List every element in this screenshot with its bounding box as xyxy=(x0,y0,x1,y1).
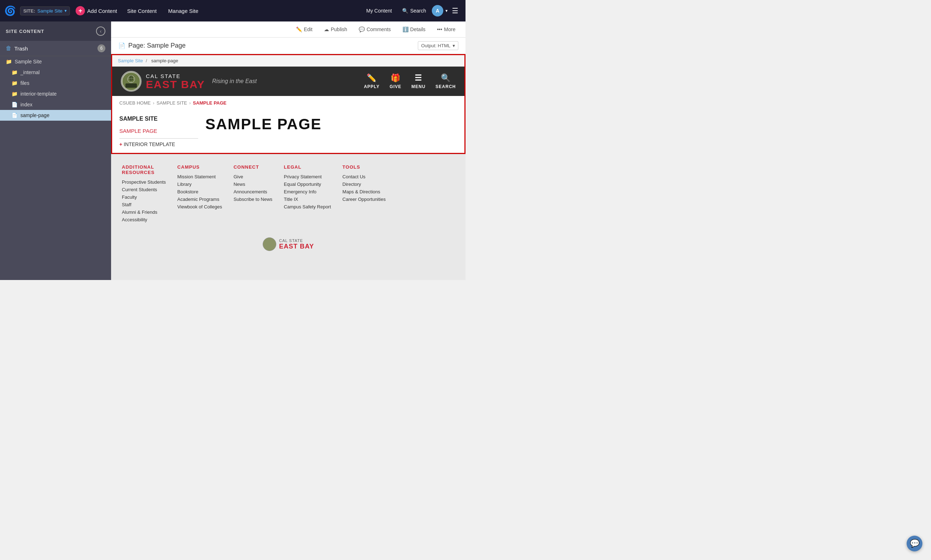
logo-emblem xyxy=(121,71,142,92)
content-toolbar: ✏️ Edit ☁ Publish 💬 Comments ℹ️ Details … xyxy=(111,22,465,38)
comments-button[interactable]: 💬 Comments xyxy=(356,25,394,34)
footer-link-current[interactable]: Current Students xyxy=(122,187,166,192)
folder-icon: 📁 xyxy=(11,80,17,86)
footer-link-title9[interactable]: Title IX xyxy=(284,197,331,202)
interior-template-expand[interactable]: + INTERIOR TEMPLATE xyxy=(119,142,198,147)
footer-link-bookstore[interactable]: Bookstore xyxy=(178,189,222,194)
footer-link-career[interactable]: Career Opportunities xyxy=(343,197,386,202)
site-label: SITE: xyxy=(23,8,35,14)
crumb-site-link[interactable]: SAMPLE SITE xyxy=(157,100,187,106)
apply-icon: ✏️ xyxy=(367,74,377,83)
breadcrumb-arrow-icon: › xyxy=(153,100,154,106)
footer-heading-legal: LEGAL xyxy=(284,165,331,170)
footer-link-contact[interactable]: Contact Us xyxy=(343,174,386,179)
add-content-button[interactable]: + Add Content xyxy=(73,5,120,17)
sidebar-nav: SAMPLE SITE SAMPLE PAGE + INTERIOR TEMPL… xyxy=(119,115,198,147)
tree-item-sample-site[interactable]: 📁 Sample Site xyxy=(0,56,111,67)
tree-label: Sample Site xyxy=(15,59,42,65)
search-button[interactable]: 🔍 Search xyxy=(398,6,431,15)
footer-columns: ADDITIONALRESOURCES Prospective Students… xyxy=(122,165,455,225)
footer-uni-name: CAL STATE EAST BAY xyxy=(279,238,314,250)
output-select[interactable]: Output: HTML ▾ xyxy=(418,41,459,50)
avatar[interactable]: A xyxy=(432,5,443,17)
output-chevron-icon: ▾ xyxy=(452,43,455,48)
main-content-area: SAMPLE PAGE xyxy=(205,115,457,147)
footer-link-announcements[interactable]: Announcements xyxy=(234,189,272,194)
footer-link-faculty[interactable]: Faculty xyxy=(122,194,166,200)
top-navbar: 🌀 SITE: Sample Site ▾ + Add Content Site… xyxy=(0,0,465,22)
tree-label: index xyxy=(20,102,32,108)
footer-link-news[interactable]: News xyxy=(234,182,272,187)
page-title-bar: 📄 Page: Sample Page xyxy=(118,42,185,49)
trash-item[interactable]: 🗑 Trash 6 xyxy=(0,41,111,56)
breadcrumb-site-link[interactable]: Sample Site xyxy=(118,58,143,63)
more-button[interactable]: ••• More xyxy=(434,25,459,34)
crumb-home-link[interactable]: CSUEB HOME xyxy=(119,100,150,106)
uni-give-button[interactable]: 🎁 GIVE xyxy=(389,74,401,89)
plus-icon: + xyxy=(76,6,85,15)
footer-link-campus-safety[interactable]: Campus Safety Report xyxy=(284,204,331,209)
tree-item-internal[interactable]: 📁 _internal xyxy=(0,67,111,78)
footer-link-prospective[interactable]: Prospective Students xyxy=(122,179,166,185)
footer-heading-additional: ADDITIONALRESOURCES xyxy=(122,165,166,175)
sidebar-header: SITE CONTENT ‹ xyxy=(0,22,111,41)
uni-apply-button[interactable]: ✏️ APPLY xyxy=(364,74,380,89)
edit-button[interactable]: ✏️ Edit xyxy=(293,25,315,34)
sample-page-nav-link[interactable]: SAMPLE PAGE xyxy=(119,126,198,135)
footer-link-alumni[interactable]: Alumni & Friends xyxy=(122,209,166,215)
manage-site-link[interactable]: Manage Site xyxy=(164,6,202,15)
footer-col-additional: ADDITIONALRESOURCES Prospective Students… xyxy=(122,165,166,225)
footer-link-academic[interactable]: Academic Programs xyxy=(178,197,222,202)
uni-nav-icons: ✏️ APPLY 🎁 GIVE ☰ MENU 🔍 SEARCH xyxy=(364,74,456,89)
uni-search-button[interactable]: 🔍 SEARCH xyxy=(435,74,456,89)
crumb-active: SAMPLE PAGE xyxy=(193,100,227,106)
my-content-button[interactable]: My Content xyxy=(362,6,396,15)
footer-link-emergency[interactable]: Emergency Info xyxy=(284,189,331,194)
footer-heading-campus: CAMPUS xyxy=(178,165,222,170)
details-label: Details xyxy=(410,26,426,32)
footer-link-maps[interactable]: Maps & Directions xyxy=(343,189,386,194)
site-content-link[interactable]: Site Content xyxy=(123,6,161,15)
search-label: Search xyxy=(410,8,426,14)
nav-divider xyxy=(119,138,198,138)
give-label: GIVE xyxy=(389,84,401,89)
main-layout: SITE CONTENT ‹ 🗑 Trash 6 📁 Sample Site 📁… xyxy=(0,22,465,280)
footer-link-library[interactable]: Library xyxy=(178,182,222,187)
tree-item-index[interactable]: 📄 index xyxy=(0,99,111,110)
footer-link-privacy[interactable]: Privacy Statement xyxy=(284,174,331,179)
page-header: 📄 Page: Sample Page Output: HTML ▾ xyxy=(111,38,465,54)
footer-link-give[interactable]: Give xyxy=(234,174,272,179)
add-content-label: Add Content xyxy=(87,8,117,14)
footer-link-accessibility[interactable]: Accessibility xyxy=(122,217,166,222)
logo-icon[interactable]: 🌀 xyxy=(4,5,16,17)
chevron-down-icon: ▾ xyxy=(65,8,66,13)
details-button[interactable]: ℹ️ Details xyxy=(400,25,429,34)
footer-link-subscribe[interactable]: Subscribe to News xyxy=(234,197,272,202)
content-area: ✏️ Edit ☁ Publish 💬 Comments ℹ️ Details … xyxy=(111,22,465,280)
site-name: Sample Site xyxy=(37,8,62,14)
tree-item-files[interactable]: 📁 files xyxy=(0,78,111,88)
collapse-sidebar-button[interactable]: ‹ xyxy=(96,26,105,36)
edit-label: Edit xyxy=(304,26,312,32)
hamburger-menu-button[interactable]: ☰ xyxy=(449,5,461,17)
footer-uni-bottom: EAST BAY xyxy=(279,243,314,250)
apply-label: APPLY xyxy=(364,84,380,89)
footer-link-mission[interactable]: Mission Statement xyxy=(178,174,222,179)
avatar-chevron-icon[interactable]: ▾ xyxy=(445,8,448,13)
sidebar-nav-title: SAMPLE SITE xyxy=(119,115,198,122)
sidebar: SITE CONTENT ‹ 🗑 Trash 6 📁 Sample Site 📁… xyxy=(0,22,111,280)
footer-link-viewbook[interactable]: Viewbook of Colleges xyxy=(178,204,222,209)
footer-col-tools: TOOLS Contact Us Directory Maps & Direct… xyxy=(343,165,386,225)
footer-link-equal-opp[interactable]: Equal Opportunity xyxy=(284,182,331,187)
site-selector[interactable]: SITE: Sample Site ▾ xyxy=(20,6,70,15)
footer-link-staff[interactable]: Staff xyxy=(122,202,166,207)
uni-name-bottom: EAST BAY xyxy=(146,79,205,90)
tree-item-interior-template[interactable]: 📁 interior-template xyxy=(0,88,111,99)
search-icon: 🔍 xyxy=(441,74,451,83)
footer-link-directory[interactable]: Directory xyxy=(343,182,386,187)
publish-button[interactable]: ☁ Publish xyxy=(321,25,350,34)
details-icon: ℹ️ xyxy=(403,26,409,32)
trash-label: Trash xyxy=(14,46,97,52)
tree-item-sample-page[interactable]: 📄 sample-page xyxy=(0,110,111,121)
uni-menu-button[interactable]: ☰ MENU xyxy=(411,74,425,89)
